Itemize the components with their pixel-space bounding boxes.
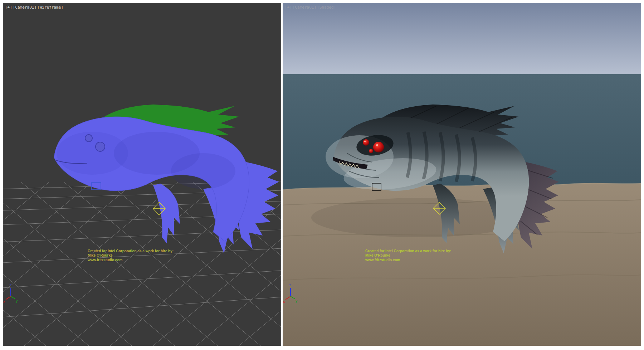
watermark-line: Mike O'Rourke [365, 253, 451, 258]
fish-eye-red [369, 149, 373, 153]
axis-z-label: z [9, 283, 11, 287]
eye-specular [364, 141, 366, 142]
model-fish-wireframe[interactable] [54, 104, 279, 253]
viewport-wireframe[interactable]: [+][Camera01][Wireframe] [3, 3, 281, 346]
wireframe-scene: z x y [3, 3, 281, 346]
fish-eye-red [363, 139, 369, 146]
viewport-menu-plus[interactable]: [+] [285, 5, 292, 10]
viewport-menu-shading[interactable]: [Wireframe] [37, 5, 63, 10]
axis-y-label: y [296, 299, 298, 303]
watermark-line: Mike O'Rourke [88, 253, 174, 258]
watermark-line: www.fritzstudio.com [365, 258, 451, 262]
axis-x-label: x [3, 300, 5, 303]
viewport-label: [+][Camera01][Shaded] [285, 5, 337, 10]
viewport-shaded[interactable]: [+][Camera01][Shaded] [283, 3, 641, 346]
eye-specular [376, 144, 378, 146]
fish-shading-patch [171, 153, 235, 189]
world-axis-tripod: z x y [3, 283, 18, 303]
fish-eye [85, 135, 92, 142]
dual-viewport-workspace: [+][Camera01][Wireframe] [0, 0, 644, 350]
watermark-line: Created for Intel Corporation as a work … [365, 249, 451, 253]
watermark-line: Created for Intel Corporation as a work … [88, 249, 174, 253]
viewport-label: [+][Camera01][Wireframe] [5, 5, 64, 10]
viewport-menu-camera[interactable]: [Camera01] [293, 5, 316, 10]
creator-watermark: Created for Intel Corporation as a work … [365, 249, 451, 262]
viewport-menu-camera[interactable]: [Camera01] [13, 5, 36, 10]
fish-eye-red [373, 142, 384, 152]
watermark-line: www.fritzstudio.com [88, 258, 174, 262]
fish-eye [96, 142, 105, 151]
axis-y-label: y [16, 299, 18, 303]
viewport-menu-shading[interactable]: [Shaded] [317, 5, 336, 10]
creator-watermark: Created for Intel Corporation as a work … [88, 249, 174, 262]
sky [283, 3, 641, 74]
axis-z-label: z [289, 283, 291, 287]
shaded-scene: z x y [283, 3, 641, 346]
viewport-menu-plus[interactable]: [+] [5, 5, 12, 10]
axis-x-label: x [283, 300, 285, 303]
